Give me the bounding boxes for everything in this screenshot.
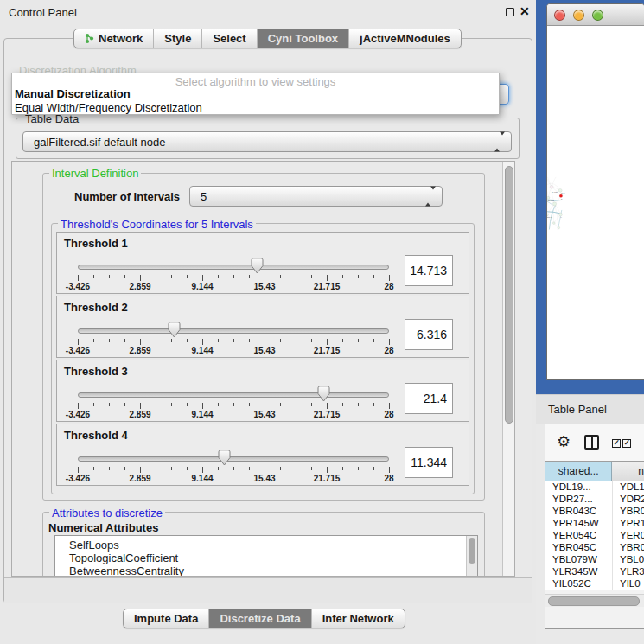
tick-mark	[233, 403, 234, 406]
table-row[interactable]: YBR045CYBR0	[545, 542, 644, 554]
list-scrollbar[interactable]	[466, 536, 477, 577]
column-header-shared-name[interactable]: shared...	[545, 462, 612, 481]
tick-mark	[327, 467, 328, 473]
column-header-name[interactable]: n	[612, 462, 644, 481]
tab-label: Select	[213, 29, 245, 48]
gear-icon[interactable]: ⚙	[557, 432, 571, 451]
tick-mark	[140, 403, 141, 409]
threshold-value-field[interactable]	[405, 319, 453, 350]
attribute-item-selfloops[interactable]: SelfLoops	[55, 536, 477, 552]
network-node-h[interactable]	[559, 213, 563, 216]
slider-track[interactable]	[78, 456, 389, 462]
network-edge-highlighted[interactable]	[547, 201, 552, 205]
table-row[interactable]: YDL19...YDL1	[545, 481, 644, 494]
tick-mark	[389, 403, 390, 409]
tick-mark	[311, 467, 312, 470]
minimize-traffic-light-icon[interactable]	[573, 10, 584, 21]
network-view-window[interactable]: GAL80GALCGAL11GAL4GCY1HHAP2	[546, 3, 644, 380]
tick-label: -3.426	[66, 346, 90, 355]
close-icon[interactable]: ✕	[520, 4, 530, 18]
tick-mark	[327, 403, 328, 409]
tick-mark	[296, 275, 296, 278]
split-columns-icon[interactable]	[584, 435, 599, 450]
cell-shared-name: YPR145W	[545, 518, 613, 530]
float-window-icon[interactable]	[506, 8, 514, 16]
table-horizontal-scrollbar[interactable]	[545, 594, 644, 607]
network-node-gal80[interactable]	[550, 185, 553, 188]
close-traffic-light-icon[interactable]	[554, 10, 565, 21]
slider-thumb[interactable]	[317, 386, 330, 402]
tab-discretize-data[interactable]: Discretize Data	[209, 609, 311, 628]
table-row[interactable]: YDR27...YDR2	[545, 494, 644, 506]
slider-thumb[interactable]	[251, 258, 264, 274]
settings-vertical-scrollbar[interactable]	[502, 162, 515, 576]
table-row[interactable]: YBL079WYBL0	[545, 554, 644, 566]
network-node-unlabeled[interactable]	[558, 226, 560, 229]
tick-label: -3.426	[66, 410, 90, 419]
algorithm-option-equal-width-frequency-discretization[interactable]: Equal Width/Frequency Discretization	[14, 101, 497, 115]
network-edge[interactable]	[547, 183, 560, 190]
table-row[interactable]: YER054CYER0	[545, 530, 644, 542]
threshold-slider[interactable]: -3.4262.8599.14415.4321.71528	[57, 296, 420, 359]
slider-track[interactable]	[78, 328, 389, 334]
slider-track[interactable]	[78, 392, 389, 398]
tick-mark	[342, 467, 343, 470]
tab-jactivemnodules[interactable]: jActiveMNodules	[349, 29, 461, 48]
network-icon	[85, 33, 94, 44]
tick-mark	[265, 467, 265, 473]
tab-cyni-toolbox[interactable]: Cyni Toolbox	[258, 29, 349, 48]
network-node-gal[interactable]	[558, 188, 562, 192]
network-node-gal4[interactable]	[552, 202, 556, 206]
tab-select[interactable]: Select	[202, 29, 257, 48]
scrollbar-thumb[interactable]	[505, 166, 513, 424]
network-edge[interactable]	[552, 187, 554, 204]
number-of-intervals-combobox[interactable]: 5	[189, 186, 443, 207]
attribute-item-betweennesscentrality[interactable]: BetweennessCentrality	[55, 564, 477, 577]
attribute-item-topologicalcoefficient[interactable]: TopologicalCoefficient	[55, 552, 477, 564]
threshold-panel-3: Threshold 3-3.4262.8599.14415.4321.71528	[56, 360, 469, 422]
threshold-slider[interactable]: -3.4262.8599.14415.4321.71528	[57, 360, 420, 423]
table-row[interactable]: YBR043CYBR0	[545, 506, 644, 518]
tab-style[interactable]: Style	[154, 29, 202, 48]
node-label: C	[561, 198, 563, 200]
tab-network[interactable]: Network	[74, 29, 154, 48]
slider-thumb[interactable]	[218, 450, 231, 466]
zoom-traffic-light-icon[interactable]	[592, 10, 603, 21]
threshold-value-field[interactable]	[405, 447, 453, 478]
tick-mark	[389, 275, 390, 281]
threshold-panel-4: Threshold 4-3.4262.8599.14415.4321.71528	[56, 424, 469, 486]
table-row[interactable]: YPR145WYPR1	[545, 518, 644, 530]
tick-mark	[202, 403, 203, 409]
network-node-c[interactable]	[559, 194, 563, 198]
network-edge[interactable]	[555, 204, 559, 228]
network-node-hap2[interactable]	[552, 222, 555, 225]
tick-mark	[280, 275, 281, 278]
network-node-gcy1[interactable]	[547, 214, 548, 216]
checkbox-icon[interactable]	[612, 439, 621, 448]
tab-label: Cyni Toolbox	[268, 29, 338, 48]
tab-impute-data[interactable]: Impute Data	[124, 609, 209, 628]
threshold-value-field[interactable]	[405, 255, 453, 286]
threshold-slider[interactable]: -3.4262.8599.14415.4321.71528	[57, 424, 420, 487]
table-row[interactable]: YLR345WYLR3	[545, 566, 644, 578]
scrollbar-thumb[interactable]	[548, 596, 640, 606]
threshold-slider[interactable]: -3.4262.8599.14415.4321.71528	[57, 233, 420, 295]
threshold-value-field[interactable]	[405, 383, 453, 414]
table-row[interactable]: YIL052CYIL0	[545, 578, 644, 590]
numerical-attributes-list[interactable]: SelfLoopsTopologicalCoefficientBetweenne…	[54, 535, 478, 577]
tick-mark	[342, 403, 343, 406]
slider-track[interactable]	[78, 265, 389, 270]
numerical-attributes-label: Numerical Attributes	[48, 521, 158, 534]
checkbox-icon[interactable]	[622, 439, 631, 448]
slider-thumb[interactable]	[168, 322, 181, 338]
tab-infer-network[interactable]: Infer Network	[312, 609, 405, 628]
tick-mark	[249, 339, 250, 342]
network-canvas[interactable]: GAL80GALCGAL11GAL4GCY1HHAP2	[547, 27, 644, 380]
cell-name: YBL0	[613, 554, 644, 566]
settings-scroll-viewport: Interval Definition Number of Intervals …	[11, 161, 515, 577]
table-data-combobox[interactable]: galFiltered.sif default node	[22, 131, 512, 152]
tick-mark	[280, 403, 281, 406]
tick-mark	[93, 467, 94, 470]
algorithm-option-manual-discretization[interactable]: Manual Discretization	[14, 87, 497, 101]
network-graph: GAL80GALCGAL11GAL4GCY1HHAP2	[547, 27, 644, 380]
